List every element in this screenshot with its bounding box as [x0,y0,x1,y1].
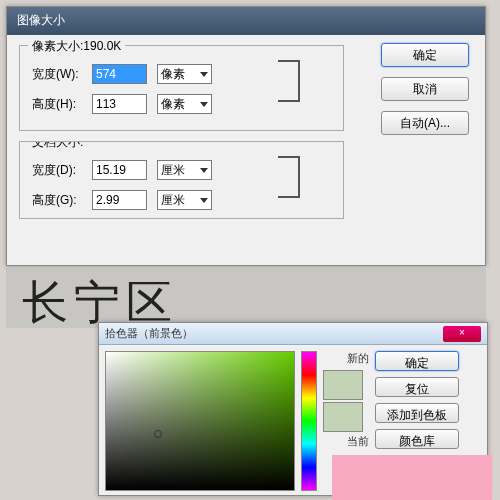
unit-label: 像素 [161,96,185,113]
doc-width-label: 宽度(D): [32,162,92,179]
image-size-dialog: 图像大小 像素大小:190.0K 宽度(W): 像素 高度(H): 像素 文档大… [6,6,486,266]
add-to-swatches-button[interactable]: 添加到色板 [375,403,459,423]
current-color-label: 当前 [323,434,369,449]
unit-label: 厘米 [161,162,185,179]
auto-button[interactable]: 自动(A)... [381,111,469,135]
color-cursor-icon[interactable] [154,430,162,438]
current-color-swatch [323,402,363,432]
pixel-width-unit-select[interactable]: 像素 [157,64,212,84]
reset-button[interactable]: 复位 [375,377,459,397]
pixel-dimensions-group: 像素大小:190.0K 宽度(W): 像素 高度(H): 像素 [19,45,344,131]
ok-button[interactable]: 确定 [381,43,469,67]
new-color-label: 新的 [323,351,369,366]
chevron-down-icon [200,198,208,203]
unit-label: 像素 [161,66,185,83]
document-size-group: 文档大小: 宽度(D): 厘米 高度(G): 厘米 [19,141,344,219]
link-bracket-icon[interactable] [278,156,300,198]
pixel-height-input[interactable] [92,94,147,114]
unit-label: 厘米 [161,192,185,209]
width-label: 宽度(W): [32,66,92,83]
color-gradient-area[interactable] [105,351,295,491]
doc-width-input[interactable] [92,160,147,180]
cancel-button[interactable]: 取消 [381,77,469,101]
chevron-down-icon [200,168,208,173]
canvas-area[interactable]: 长宁区 [6,268,486,328]
chevron-down-icon [200,72,208,77]
decorative-overlay [332,455,492,500]
pixel-width-input[interactable] [92,64,147,84]
chevron-down-icon [200,102,208,107]
doc-height-label: 高度(G): [32,192,92,209]
pixel-height-unit-select[interactable]: 像素 [157,94,212,114]
height-label: 高度(H): [32,96,92,113]
doc-height-input[interactable] [92,190,147,210]
close-button[interactable]: × [443,326,481,342]
group-legend: 文档大小: [28,141,87,151]
dialog-title: 拾色器（前景色） [105,326,193,341]
dialog-titlebar[interactable]: 拾色器（前景色） × [99,323,487,345]
dialog-title: 图像大小 [17,13,65,27]
doc-width-unit-select[interactable]: 厘米 [157,160,212,180]
link-bracket-icon[interactable] [278,60,300,102]
dialog-titlebar[interactable]: 图像大小 [7,7,485,35]
color-library-button[interactable]: 颜色库 [375,429,459,449]
hue-slider[interactable] [301,351,317,491]
new-color-swatch [323,370,363,400]
dialog-button-column: 确定 取消 自动(A)... [381,43,471,145]
doc-height-unit-select[interactable]: 厘米 [157,190,212,210]
ok-button[interactable]: 确定 [375,351,459,371]
group-legend: 像素大小:190.0K [28,38,125,55]
